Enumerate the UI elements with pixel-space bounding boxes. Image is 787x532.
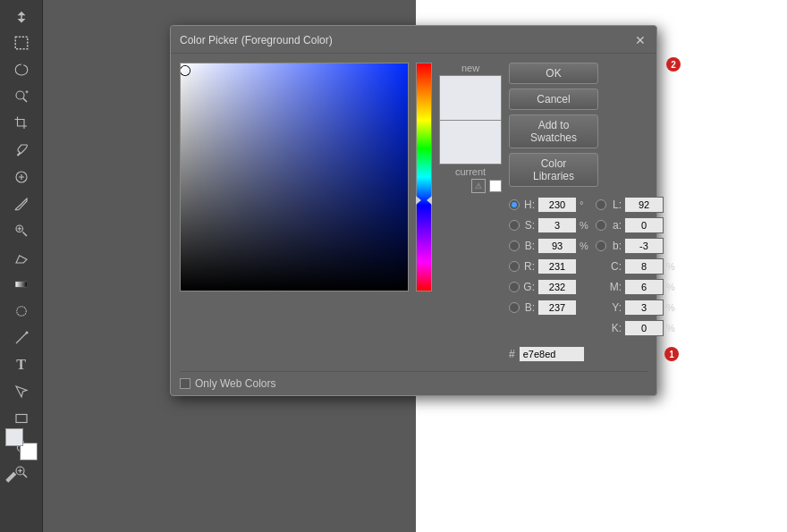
hex-hash: # — [509, 348, 515, 360]
tool-type[interactable]: T — [7, 352, 36, 377]
h-unit: ° — [580, 199, 588, 210]
right-panel: OK 2 Cancel Add to Swatches Color Librar… — [509, 63, 675, 362]
a-input[interactable] — [624, 217, 664, 233]
l-input[interactable] — [624, 197, 664, 213]
s-input[interactable] — [537, 217, 577, 233]
m-input[interactable] — [624, 279, 664, 295]
color-picker-dialog: Color Picker (Foreground Color) ✕ — [170, 25, 657, 396]
l-label: L: — [609, 198, 622, 211]
svg-rect-7 — [16, 415, 27, 423]
m-label: M: — [609, 281, 622, 293]
c-input[interactable] — [624, 258, 664, 274]
dialog-body: new current ⚠ OK 2 Cancel Add — [171, 54, 656, 371]
r-input[interactable] — [537, 258, 577, 274]
s-radio[interactable] — [509, 220, 520, 231]
new-color-preview[interactable] — [439, 75, 502, 120]
b2-field-row: B: — [509, 299, 588, 317]
r-field-row: R: — [509, 258, 588, 275]
gamut-icons: ⚠ — [439, 179, 502, 193]
tool-blur[interactable] — [7, 299, 36, 324]
fg-color-swatch[interactable] — [5, 428, 23, 446]
tool-clone[interactable] — [7, 218, 36, 243]
svg-point-6 — [25, 332, 28, 334]
k-input[interactable] — [624, 320, 664, 336]
tool-rectangle-shape[interactable] — [7, 406, 36, 431]
web-colors-checkbox[interactable] — [180, 378, 190, 389]
h-input[interactable] — [537, 197, 577, 213]
tool-path-selection[interactable] — [7, 379, 36, 404]
tool-crop[interactable] — [7, 111, 36, 136]
l-field-row: L: — [596, 196, 675, 214]
g-field-row: G: — [509, 278, 588, 296]
b2-input[interactable] — [537, 300, 577, 316]
web-safe-icon — [489, 180, 502, 192]
web-colors-label: Only Web Colors — [195, 377, 275, 390]
tool-pen[interactable] — [7, 325, 36, 350]
g-radio[interactable] — [509, 282, 520, 292]
tool-move[interactable] — [7, 4, 36, 29]
g-input[interactable] — [537, 279, 577, 295]
tool-healing[interactable] — [7, 165, 36, 190]
gamut-warning-icon: ⚠ — [471, 179, 486, 193]
ok-button[interactable]: OK — [509, 63, 598, 84]
ok-badge: 2 — [666, 57, 681, 72]
b-field-row: B: % — [509, 237, 588, 255]
s-label: S: — [522, 219, 535, 232]
web-colors-row: Only Web Colors — [171, 372, 656, 395]
m-unit: % — [666, 282, 675, 292]
preview-area: new current ⚠ — [439, 63, 502, 362]
k-unit: % — [666, 323, 675, 334]
tool-lasso[interactable] — [7, 57, 36, 82]
y-label: Y: — [609, 301, 622, 314]
k-field-row: K: % — [596, 319, 675, 337]
dialog-overlay: Color Picker (Foreground Color) ✕ — [43, 0, 787, 532]
b2-radio[interactable] — [509, 302, 520, 313]
svg-rect-0 — [15, 37, 28, 49]
add-swatches-button[interactable]: Add to Swatches — [509, 114, 598, 148]
hex-input[interactable] — [519, 346, 585, 362]
current-color-preview[interactable] — [439, 120, 502, 165]
color-libraries-button[interactable]: Color Libraries — [509, 153, 598, 187]
r-label: R: — [522, 260, 535, 273]
r-radio[interactable] — [509, 261, 520, 272]
hex-badge: 1 — [664, 347, 679, 361]
s-field-row: S: % — [509, 216, 588, 234]
a-field-row: a: — [596, 216, 675, 234]
b-label: B: — [522, 240, 535, 252]
tool-extra[interactable] — [4, 469, 20, 487]
svg-point-1 — [16, 91, 24, 99]
y-input[interactable] — [624, 300, 664, 316]
tool-eraser[interactable] — [7, 245, 36, 270]
b3-radio[interactable] — [596, 241, 606, 251]
tool-gradient[interactable] — [7, 272, 36, 297]
b-radio[interactable] — [509, 241, 520, 251]
h-radio[interactable] — [509, 199, 520, 210]
color-swatches-toolbar[interactable] — [5, 428, 38, 460]
current-label: current — [439, 166, 502, 177]
dialog-title: Color Picker (Foreground Color) — [180, 34, 333, 46]
tool-quick-select[interactable] — [7, 84, 36, 109]
c-field-row: C: % — [596, 258, 675, 275]
dialog-titlebar[interactable]: Color Picker (Foreground Color) ✕ — [171, 26, 656, 54]
b3-input[interactable] — [624, 238, 664, 254]
l-radio[interactable] — [596, 199, 606, 210]
fields-section: H: ° S: % B: — [509, 196, 675, 337]
color-field-wrap — [180, 63, 409, 291]
y-field-row: Y: % — [596, 299, 675, 317]
tool-brush[interactable] — [7, 191, 36, 216]
cancel-button[interactable]: Cancel — [509, 89, 598, 110]
h-field-row: H: ° — [509, 196, 588, 214]
hue-slider[interactable] — [416, 63, 432, 291]
new-label: new — [439, 63, 502, 73]
a-radio[interactable] — [596, 220, 606, 231]
lab-cmyk-group: L: a: b: — [596, 196, 675, 337]
b-input[interactable] — [537, 238, 577, 254]
svg-rect-4 — [15, 282, 28, 287]
tool-eyedropper[interactable] — [7, 138, 36, 163]
k-label: K: — [609, 322, 622, 334]
color-field[interactable] — [180, 63, 409, 291]
g-label: G: — [522, 281, 535, 293]
tool-rectangle-marquee[interactable] — [7, 30, 36, 55]
hsb-rgb-group: H: ° S: % B: — [509, 196, 588, 337]
close-button[interactable]: ✕ — [633, 33, 647, 47]
